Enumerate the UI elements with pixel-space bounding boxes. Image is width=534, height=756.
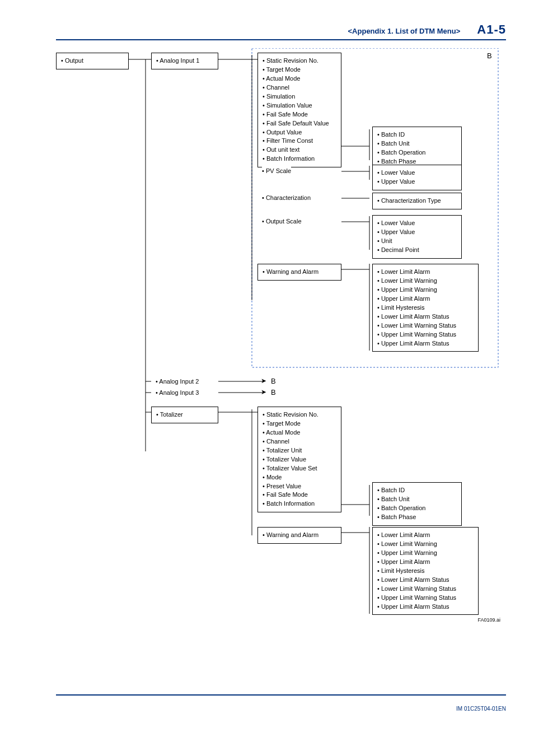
arrow-icon: ➤ <box>261 377 266 385</box>
item: Batch Unit <box>377 139 457 148</box>
node-totalizer-warn: Warning and Alarm <box>257 527 341 544</box>
item: Batch Operation <box>377 504 457 513</box>
item: Batch Information <box>263 500 336 508</box>
ref-b-ai3: B <box>271 388 276 396</box>
document-id: IM 01C25T04-01EN <box>56 706 506 712</box>
item: Preset Value <box>263 482 336 491</box>
item: Upper Limit Alarm <box>377 295 474 304</box>
item: PV Scale <box>262 167 291 176</box>
node-tot-alarm: Lower Limit Alarm Lower Limit Warning Up… <box>372 527 479 615</box>
region-label-b: B <box>487 52 492 60</box>
item: Batch Information <box>263 155 336 164</box>
item: Upper Value <box>377 178 457 186</box>
item: Lower Limit Warning <box>377 277 474 286</box>
node-pv-scale: PV Scale <box>262 167 291 176</box>
item: Batch Operation <box>377 148 457 157</box>
item: Lower Limit Warning <box>377 540 474 549</box>
item: Fail Safe Mode <box>263 110 336 119</box>
item: Upper Limit Alarm Status <box>377 603 474 612</box>
item: Fail Safe Default Value <box>263 119 336 128</box>
item-ai3: Analog Input 3 <box>156 389 199 398</box>
item: Warning and Alarm <box>263 531 336 540</box>
item: Target Mode <box>263 419 336 428</box>
item: Fail Safe Mode <box>263 491 336 500</box>
item: Batch Phase <box>377 513 457 522</box>
item: Lower Limit Alarm Status <box>377 576 474 585</box>
item: Decimal Point <box>377 246 457 255</box>
item: Static Revision No. <box>263 57 336 66</box>
node-output-scale-values: Lower Value Upper Value Unit Decimal Poi… <box>372 215 462 259</box>
item: Batch ID <box>377 130 457 139</box>
figure-id: FA0109.ai <box>56 617 500 623</box>
item: Upper Limit Warning <box>377 286 474 295</box>
item: Simulation <box>263 92 336 101</box>
page-number: A1-5 <box>477 22 506 37</box>
item: Batch ID <box>377 486 457 495</box>
item: Limit Hysteresis <box>377 567 474 576</box>
arrow-icon: ➤ <box>261 388 266 396</box>
item: Channel <box>263 437 336 446</box>
item: Static Revision No. <box>263 410 336 419</box>
item: Filter Time Const <box>263 137 336 146</box>
node-totalizer: Totalizer <box>151 407 218 423</box>
menu-tree-diagram: B Output Analog Input 1 Static Revision … <box>56 48 506 692</box>
item: Output Value <box>263 128 336 137</box>
item: Upper Limit Alarm Status <box>377 339 474 348</box>
item: Upper Limit Warning Status <box>377 594 474 603</box>
item: Lower Limit Alarm <box>377 268 474 277</box>
item: Upper Limit Warning <box>377 549 474 558</box>
item-totalizer: Totalizer <box>156 410 213 419</box>
item-ai1: Analog Input 1 <box>156 57 213 66</box>
node-output-scale: Output Scale <box>262 217 302 226</box>
item: Target Mode <box>263 66 336 74</box>
item: Lower Limit Warning Status <box>377 321 474 330</box>
node-analog-input-1: Analog Input 1 <box>151 53 218 69</box>
item: Actual Mode <box>263 428 336 437</box>
item: Upper Limit Alarm <box>377 558 474 567</box>
node-ai1-details: Static Revision No. Target Mode Actual M… <box>257 53 341 167</box>
item: Lower Limit Alarm <box>377 531 474 540</box>
page: <Appendix 1. List of DTM Menu> A1-5 <box>0 0 534 756</box>
item: Lower Value <box>377 169 457 178</box>
ref-b-ai2: B <box>271 377 276 385</box>
section-title: <Appendix 1. List of DTM Menu> <box>348 27 461 35</box>
node-analog-input-3: Analog Input 3 <box>156 389 199 398</box>
node-characterization: Characterization <box>262 194 311 203</box>
page-header: <Appendix 1. List of DTM Menu> A1-5 <box>56 22 506 40</box>
item-output: Output <box>61 57 124 66</box>
node-output: Output <box>56 53 129 69</box>
item: Batch Unit <box>377 495 457 504</box>
node-analog-input-2: Analog Input 2 <box>156 377 199 386</box>
footer-rule <box>56 694 506 696</box>
item: Unit <box>377 237 457 246</box>
node-tot-batch: Batch ID Batch Unit Batch Operation Batc… <box>372 482 462 526</box>
item: Characterization Type <box>377 197 457 206</box>
item: Upper Value <box>377 228 457 237</box>
node-batch-info: Batch ID Batch Unit Batch Operation Batc… <box>372 127 462 170</box>
item: Out unit text <box>263 146 336 155</box>
node-warning-alarm: Warning and Alarm <box>257 264 341 281</box>
item: Actual Mode <box>263 74 336 83</box>
item: Upper Limit Warning Status <box>377 330 474 339</box>
node-char-type: Characterization Type <box>372 193 462 209</box>
item: Lower Limit Warning Status <box>377 585 474 594</box>
item: Characterization <box>262 194 311 203</box>
item: Lower Limit Alarm Status <box>377 312 474 321</box>
item-ai2: Analog Input 2 <box>156 377 199 386</box>
node-pv-values: Lower Value Upper Value <box>372 165 462 190</box>
node-totalizer-details: Static Revision No. Target Mode Actual M… <box>257 407 341 512</box>
item: Mode <box>263 473 336 482</box>
item: Totalizer Unit <box>263 446 336 455</box>
item: Simulation Value <box>263 101 336 110</box>
item: Output Scale <box>262 217 302 226</box>
item: Totalizer Value <box>263 455 336 464</box>
item: Limit Hysteresis <box>377 304 474 312</box>
item: Channel <box>263 83 336 92</box>
item: Totalizer Value Set <box>263 464 336 473</box>
item: Warning and Alarm <box>263 268 336 277</box>
item: Lower Value <box>377 219 457 228</box>
node-alarm-values: Lower Limit Alarm Lower Limit Warning Up… <box>372 264 479 352</box>
